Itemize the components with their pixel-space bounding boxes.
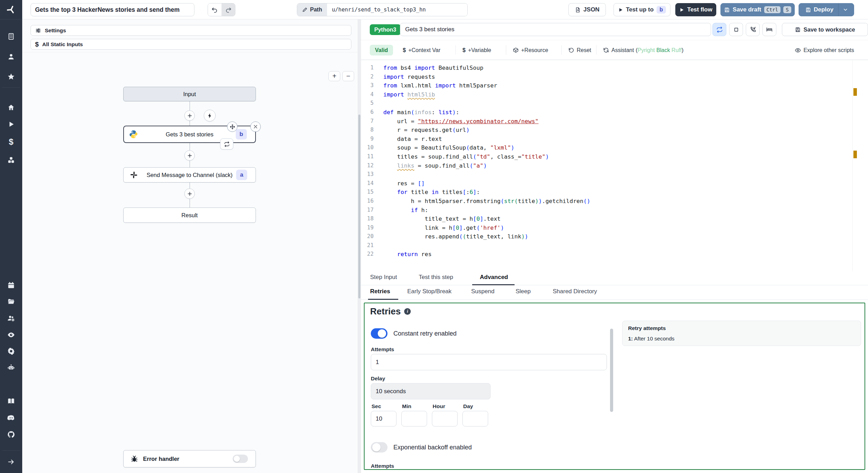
code-editor[interactable]: 1from bs4 import BeautifulSoup2import re…	[361, 60, 868, 271]
undo-button[interactable]	[208, 3, 222, 16]
collapse-arrow-icon[interactable]	[7, 458, 15, 466]
code-line[interactable]: 13	[361, 170, 847, 179]
subtab-suspend[interactable]: Suspend	[471, 288, 494, 295]
deploy-button[interactable]: Deploy	[799, 3, 854, 16]
step-name-input[interactable]: Gets 3 best stories	[400, 23, 711, 36]
tab-advanced[interactable]: Advanced	[480, 274, 508, 281]
subtab-sleep[interactable]: Sleep	[516, 288, 531, 295]
workspace-icon[interactable]	[7, 33, 15, 40]
code-line[interactable]: 1from bs4 import BeautifulSoup	[361, 64, 847, 73]
code-line[interactable]: 22 return res	[361, 250, 847, 259]
folders-icon[interactable]	[7, 298, 15, 305]
flow-step-a-node[interactable]: Send Message to Channel (slack) a	[123, 167, 256, 183]
suspend-button[interactable]	[746, 23, 760, 36]
code-line[interactable]: 9 data = r.text	[361, 135, 847, 144]
day-input[interactable]	[462, 411, 488, 426]
hour-input[interactable]	[432, 411, 458, 426]
delay-input[interactable]	[371, 383, 491, 399]
path-field[interactable]: Path u/henri/send_to_slack_top3_hn	[297, 3, 468, 16]
subtab-early-stop[interactable]: Early Stop/Break	[407, 288, 452, 295]
code-line[interactable]: 21	[361, 241, 847, 250]
all-static-inputs-button[interactable]: $ All Static Inputs	[31, 39, 351, 50]
loop-step-button[interactable]	[220, 138, 233, 150]
flow-result-node[interactable]: Result	[123, 208, 256, 223]
add-variable-button[interactable]: $+Variable	[462, 45, 491, 56]
code-line[interactable]: 8 r = requests.get(url)	[361, 126, 847, 135]
user-icon[interactable]	[7, 53, 15, 60]
code-line[interactable]: 20 res.append((title_text, link))	[361, 232, 847, 241]
groups-users-gear-icon[interactable]	[7, 314, 15, 322]
code-line[interactable]: 10 soup = BeautifulSoup(data, "lxml")	[361, 143, 847, 152]
retries-scrollbar[interactable]	[610, 329, 613, 412]
test-flow-button[interactable]: Test flow	[675, 3, 716, 16]
redo-button[interactable]	[222, 3, 235, 16]
code-line[interactable]: 17 if h:	[361, 206, 847, 215]
insert-step-button[interactable]	[184, 150, 195, 161]
constant-retry-toggle[interactable]	[371, 328, 387, 339]
resources-boxes-icon[interactable]	[7, 156, 15, 164]
exponential-backoff-toggle[interactable]	[371, 442, 387, 453]
delete-step-button[interactable]	[250, 121, 261, 132]
path-value[interactable]: u/henri/send_to_slack_top3_hn	[327, 3, 467, 16]
sec-input[interactable]	[371, 411, 397, 426]
trigger-bolt-button[interactable]	[204, 110, 216, 121]
error-handler-toggle[interactable]	[233, 455, 248, 463]
favorites-star-icon[interactable]	[7, 73, 15, 81]
settings-gear-icon[interactable]	[7, 347, 15, 355]
json-button[interactable]: JSON	[568, 3, 606, 16]
info-icon[interactable]: i	[404, 308, 411, 315]
flow-settings-button[interactable]: Settings	[31, 25, 351, 36]
code-line[interactable]: 2import requests	[361, 73, 847, 82]
home-icon[interactable]	[7, 104, 15, 111]
code-line[interactable]: 16 h = html5parser.fromstring(str(title)…	[361, 197, 847, 206]
insert-step-button[interactable]	[184, 110, 195, 121]
add-context-var-button[interactable]: $+Context Var	[403, 45, 441, 56]
audit-eye-icon[interactable]	[7, 331, 15, 339]
discord-icon[interactable]	[7, 414, 15, 422]
flow-input-node[interactable]: Input	[123, 87, 256, 101]
subtab-shared-directory[interactable]: Shared Directory	[553, 288, 597, 295]
tab-step-input[interactable]: Step Input	[370, 274, 397, 281]
attempts-input[interactable]	[371, 354, 607, 370]
code-line[interactable]: 12 links = soup.find_all("a")	[361, 161, 847, 170]
explore-other-scripts-button[interactable]: Explore other scripts	[795, 45, 854, 56]
code-line[interactable]: 18 title_text = h[0].text	[361, 214, 847, 223]
assistant-button[interactable]: Assistant (Pyright Black Ruff)	[603, 45, 683, 56]
code-line[interactable]: 5	[361, 99, 847, 108]
panel-divider-handle[interactable]	[358, 115, 360, 298]
code-line[interactable]: 14 res = []	[361, 179, 847, 188]
zoom-out-button[interactable]: −	[342, 71, 354, 81]
code-line[interactable]: 11 titles = soup.find_all("td", class_="…	[361, 152, 847, 161]
code-line[interactable]: 15 for title in titles[:6]:	[361, 188, 847, 197]
code-line[interactable]: 6def main(infos: list):	[361, 108, 847, 117]
error-handler-node[interactable]: Error handler	[123, 450, 256, 467]
runs-play-icon[interactable]	[7, 120, 15, 128]
save-to-workspace-button[interactable]: Save to workspace	[782, 23, 868, 36]
deploy-more-chevron[interactable]	[838, 7, 852, 12]
test-up-to-button[interactable]: Test up to b	[614, 3, 670, 16]
save-draft-button[interactable]: Save draft Ctrl S	[720, 3, 795, 16]
retries-toggle-button[interactable]	[712, 23, 726, 36]
schedules-calendar-icon[interactable]	[7, 281, 15, 289]
code-line[interactable]: 7 url = "https://news.ycombinator.com/ne…	[361, 117, 847, 126]
subtab-retries[interactable]: Retries	[370, 288, 390, 295]
insert-step-button[interactable]	[184, 188, 195, 199]
flow-title-input[interactable]: Gets the top 3 HackerNews stories and se…	[31, 3, 194, 16]
zoom-in-button[interactable]: +	[328, 71, 340, 81]
windmill-logo[interactable]	[0, 0, 22, 19]
tab-test-this-step[interactable]: Test this step	[419, 274, 453, 281]
code-line[interactable]: 4import html5lib	[361, 90, 847, 99]
move-step-button[interactable]	[227, 121, 237, 132]
variables-dollar-icon[interactable]: $	[9, 137, 13, 147]
reset-button[interactable]: Reset	[568, 45, 591, 56]
workers-robot-icon[interactable]	[7, 364, 15, 372]
flow-canvas[interactable]: Settings $ All Static Inputs + − Input G…	[22, 19, 358, 473]
sleep-button[interactable]	[762, 23, 776, 36]
code-line[interactable]: 3from lxml.html import html5parser	[361, 81, 847, 90]
add-resource-button[interactable]: +Resource	[513, 45, 548, 56]
code-line[interactable]: 19 link = h[0].get('href')	[361, 223, 847, 233]
docs-book-icon[interactable]	[7, 397, 15, 405]
early-stop-button[interactable]	[729, 23, 743, 36]
github-icon[interactable]	[7, 431, 15, 439]
min-input[interactable]	[401, 411, 427, 426]
